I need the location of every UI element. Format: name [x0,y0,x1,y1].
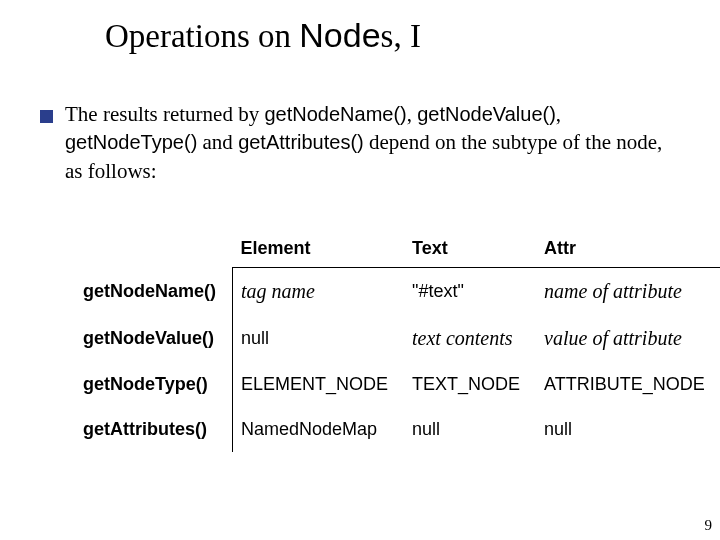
square-bullet-icon [40,110,53,123]
slide-title: Operations on Nodes, I [105,15,421,57]
body-t4: and [197,130,238,154]
cell-attr: name of attribute [536,268,720,316]
title-node-word: Node [299,16,380,54]
title-post: s, I [381,18,421,54]
table-row: getNodeType() ELEMENT_NODE TEXT_NODE ATT… [75,362,720,407]
row-label: getNodeValue() [75,315,233,362]
table-header-element: Element [233,230,405,268]
node-operations-table: Element Text Attr getNodeName() tag name… [75,230,720,452]
table-row: getNodeValue() null text contents value … [75,315,720,362]
body-code-2: getNodeValue() [417,103,556,125]
cell-text: text contents [412,327,513,349]
body-code-3: getNodeType() [65,131,197,153]
table-header-row: Element Text Attr [75,230,720,268]
body-code-4: getAttributes() [238,131,364,153]
cell-attr: null [536,407,720,452]
table-row: getNodeName() tag name "#text" name of a… [75,268,720,316]
cell-text: text contents [404,315,536,362]
page-number: 9 [705,517,713,534]
cell-element: ELEMENT_NODE [233,362,405,407]
cell-attr: ATTRIBUTE_NODE [536,362,720,407]
slide: Operations on Nodes, I The results retur… [0,0,720,540]
cell-element: tag name [233,268,405,316]
table-header-text: Text [404,230,536,268]
cell-text: value of attribute [544,327,682,349]
cell-text: tag name [241,280,315,302]
body-paragraph: The results returned by getNodeName(), g… [65,100,680,185]
body-code-1: getNodeName() [264,103,406,125]
table-header-attr: Attr [536,230,720,268]
table-header-blank [75,230,233,268]
cell-text: "#text" [404,268,536,316]
cell-text: name of attribute [544,280,682,302]
title-pre: Operations on [105,18,299,54]
body-t1: The results returned by [65,102,264,126]
cell-text: null [404,407,536,452]
row-label: getAttributes() [75,407,233,452]
cell-element: null [233,315,405,362]
row-label: getNodeName() [75,268,233,316]
table-row: getAttributes() NamedNodeMap null null [75,407,720,452]
row-label: getNodeType() [75,362,233,407]
body-t2: , [407,102,418,126]
body-t3: , [556,102,561,126]
cell-element: NamedNodeMap [233,407,405,452]
cell-text: TEXT_NODE [404,362,536,407]
cell-attr: value of attribute [536,315,720,362]
